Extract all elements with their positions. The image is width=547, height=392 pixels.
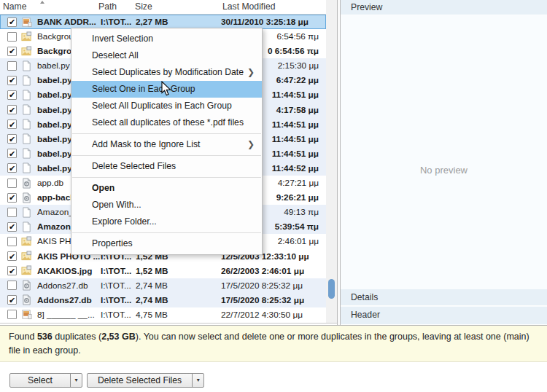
menu-item-delete-selected-files[interactable]: Delete Selected Files [71,158,262,175]
preview-section-header[interactable]: Preview [341,0,547,15]
menu-separator [72,133,261,134]
file-row[interactable]: Addons27.dbI:\TOT...2,74 MB17/5/2020 8:2… [0,293,326,307]
database-file-icon [21,178,32,189]
duplicate-count: 536 [37,332,53,342]
row-checkbox-checked[interactable] [7,193,17,203]
file-row[interactable]: Addons27.dbI:\TOT...2,74 MB17/5/2020 8:2… [0,278,326,293]
row-checkbox-unchecked[interactable] [7,281,17,290]
list-header: Name Path Size Last Modified [0,0,326,15]
delete-selected-files-button[interactable]: Delete Selected Files ▾ [87,373,204,388]
no-preview-text: No preview [341,165,547,176]
row-checkbox-checked[interactable] [7,149,17,158]
row-checkbox-unchecked[interactable] [7,61,17,71]
menu-separator [72,177,261,178]
menu-separator [72,232,261,233]
row-checkbox-unchecked[interactable] [7,208,17,217]
file-modified: 17/5/2020 8:25:32 μμ [221,293,321,307]
row-checkbox-checked[interactable] [7,295,17,305]
preview-panel: Preview No preview Details Header [341,0,547,325]
file-name: Addons27.db [37,278,101,293]
photo-file-icon [21,17,32,28]
file-modified: 17/5/2020 8:25:32 μμ [221,278,321,293]
status-mid: duplicates ( [53,332,101,342]
menu-item-open-with[interactable]: Open With... [71,197,262,213]
row-checkbox-unchecked[interactable] [7,237,17,246]
row-checkbox-unchecked[interactable] [7,32,17,42]
status-area: Found 536 duplicates (2,53 GB). You can … [0,326,547,362]
menu-item-open[interactable]: Open [71,180,262,197]
file-row[interactable]: 8] ______ __...I:\TOT...4,75 MB22/7/2012… [0,307,326,322]
file-path: I:\TOT... [101,264,135,278]
row-checkbox-checked[interactable] [7,119,17,129]
row-checkbox-unchecked[interactable] [7,310,17,319]
file-name: Addons27.db [37,293,101,307]
file-row[interactable]: AKAKIOS.jpgI:\TOT...1,52 MB26/2/2003 2:4… [0,264,326,278]
image-file-icon [21,236,32,247]
details-section-header[interactable]: Details [341,289,547,306]
bottom-bar: Found 536 duplicates (2,53 GB). You can … [0,325,547,392]
duplicates-total-size: 2,53 GB [101,332,136,342]
document-file-icon [21,119,32,130]
column-header-modified[interactable]: Last Modified [222,1,276,12]
row-checkbox-unchecked[interactable] [7,179,17,188]
row-checkbox-checked[interactable] [7,251,17,261]
file-name: 8] ______ __... [37,307,101,322]
database-file-icon [21,294,32,305]
sort-ascending-icon [40,1,44,4]
duplicate-finder-window: Name Path Size Last Modified BANK ADDR..… [0,0,547,392]
row-checkbox-checked[interactable] [7,76,17,85]
image-file-icon [21,251,32,262]
menu-item-select-all-duplicates-in-each-group[interactable]: Select All Duplicates in Each Group [71,98,262,114]
file-path: I:\TOT... [101,293,135,307]
menu-item-explore-folder[interactable]: Explore Folder... [71,213,262,230]
database-file-icon [21,280,32,291]
image-file-icon [21,46,32,57]
menu-item-deselect-all[interactable]: Deselect All [71,47,262,64]
file-name: AKAKIOS.jpg [37,264,101,278]
row-checkbox-checked[interactable] [7,163,17,173]
delete-button-label[interactable]: Delete Selected Files [88,374,192,387]
select-button-label[interactable]: Select [10,374,70,387]
menu-item-invert-selection[interactable]: Invert Selection [71,31,262,47]
menu-item-select-all-duplicates-of-these-pdf-files[interactable]: Select all duplicates of these *.pdf fil… [71,114,262,131]
row-checkbox-checked[interactable] [7,222,17,232]
document-file-icon [21,104,32,115]
file-size: 2,74 MB [136,278,181,293]
file-size: 1,52 MB [136,264,181,278]
column-header-path[interactable]: Path [98,1,117,12]
document-file-icon [21,90,32,101]
document-file-icon [21,133,32,144]
document-file-icon [21,75,32,86]
column-header-name[interactable]: Name [3,1,27,12]
document-file-icon [21,222,32,232]
menu-item-add-mask-to-the-ignore-list[interactable]: Add Mask to the Ignore List❯ [71,136,262,153]
list-scrollbar[interactable] [326,0,337,324]
document-file-icon [21,60,32,71]
row-checkbox-checked[interactable] [7,105,17,114]
scrollbar-thumb[interactable] [328,279,335,299]
file-size: 4,75 MB [136,307,181,322]
select-dropdown-arrow-icon[interactable]: ▾ [70,374,82,387]
column-header-size[interactable]: Size [135,1,152,12]
delete-dropdown-arrow-icon[interactable]: ▾ [192,374,203,387]
mouse-cursor [161,81,171,99]
row-checkbox-checked[interactable] [7,266,17,275]
menu-item-properties[interactable]: Properties [71,235,262,252]
menu-item-select-duplicates-by-modification-date[interactable]: Select Duplicates by Modification Date❯ [71,64,262,81]
image-file-icon [21,31,32,42]
image-file-icon [21,265,32,276]
row-checkbox-checked[interactable] [7,47,17,56]
submenu-chevron-icon: ❯ [247,64,255,81]
submenu-chevron-icon: ❯ [247,136,255,153]
file-path: I:\TOT... [101,307,135,322]
file-modified: 26/2/2003 2:46:01 μμ [221,264,321,278]
row-checkbox-checked[interactable] [7,17,17,27]
header-section-header[interactable]: Header [341,307,547,325]
select-button[interactable]: Select ▾ [9,373,82,388]
file-modified: 22/7/2012 4:30:50 μμ [221,307,321,322]
document-file-icon [21,162,32,173]
menu-separator [72,155,261,156]
row-checkbox-checked[interactable] [7,134,17,144]
status-prefix: Found [9,332,37,342]
row-checkbox-checked[interactable] [7,90,17,100]
